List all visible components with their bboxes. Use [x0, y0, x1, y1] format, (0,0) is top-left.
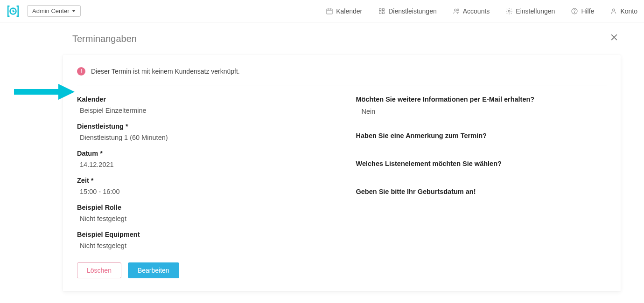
field-label: Dienstleistung *	[77, 123, 328, 130]
svg-rect-2	[379, 8, 381, 10]
field-value: 14.12.2021	[77, 161, 328, 168]
alert-bar: ! Dieser Termin ist mit keinem Kundensat…	[77, 67, 607, 85]
gear-icon	[505, 7, 513, 15]
nav-konto[interactable]: Konto	[610, 7, 637, 15]
nav-label: Einstellungen	[516, 7, 555, 15]
grid-icon	[378, 7, 385, 15]
nav-kalender[interactable]: Kalender	[326, 7, 362, 15]
field-label: Welches Listenelement möchten Sie wählen…	[356, 160, 607, 167]
field-info-email: Möchten Sie weitere Informationen per E-…	[356, 96, 607, 115]
field-anmerkung: Haben Sie eine Anmerkung zum Termin?	[356, 132, 607, 139]
field-value: Beispiel Einzeltermine	[77, 107, 328, 114]
field-value: Nicht festgelegt	[77, 215, 328, 222]
nav-label: Hilfe	[581, 7, 594, 15]
svg-rect-1	[327, 9, 332, 14]
field-rolle: Beispiel Rolle Nicht festgelegt	[77, 204, 328, 222]
field-equipment: Beispiel Equipment Nicht festgelegt	[77, 231, 328, 249]
svg-rect-3	[383, 8, 385, 10]
field-label: Kalender	[77, 96, 328, 103]
details-grid: Kalender Beispiel Einzeltermine Dienstle…	[77, 96, 607, 278]
help-icon	[571, 7, 578, 15]
svg-rect-5	[383, 12, 385, 14]
chevron-down-icon	[72, 10, 76, 12]
topbar: Admin Center Kalender Dienstleistungen A…	[0, 0, 644, 22]
field-label: Beispiel Rolle	[77, 204, 328, 211]
nav-accounts[interactable]: Accounts	[453, 7, 490, 15]
close-button[interactable]	[608, 31, 621, 47]
nav-label: Dienstleistungen	[388, 7, 437, 15]
calendar-icon	[326, 7, 333, 15]
page-header: Terminangaben	[72, 31, 621, 47]
nav-label: Konto	[620, 7, 637, 15]
field-label: Haben Sie eine Anmerkung zum Termin?	[356, 132, 607, 139]
field-value: Dienstleistung 1 (60 Minuten)	[77, 134, 328, 141]
svg-point-6	[455, 9, 456, 11]
page-title: Terminangaben	[72, 34, 137, 44]
field-geburtsdatum: Geben Sie bitte Ihr Geburtsdatum an!	[356, 188, 607, 195]
workspace-selector[interactable]: Admin Center	[27, 5, 81, 17]
close-icon	[609, 33, 619, 44]
svg-rect-12	[14, 89, 61, 95]
nav-label: Kalender	[336, 7, 362, 15]
user-icon	[610, 7, 617, 15]
details-right-column: Möchten Sie weitere Informationen per E-…	[356, 96, 607, 278]
page-body: Terminangaben ! Dieser Termin ist mit ke…	[0, 22, 644, 291]
appointment-card: ! Dieser Termin ist mit keinem Kundensat…	[63, 55, 621, 291]
nav-label: Accounts	[463, 7, 490, 15]
field-label: Zeit *	[77, 177, 328, 184]
warning-icon: !	[77, 67, 85, 76]
people-icon	[453, 7, 460, 15]
nav-einstellungen[interactable]: Einstellungen	[505, 7, 555, 15]
field-label: Beispiel Equipment	[77, 231, 328, 238]
field-kalender: Kalender Beispiel Einzeltermine	[77, 96, 328, 114]
field-label: Möchten Sie weitere Informationen per E-…	[356, 96, 607, 103]
svg-point-11	[613, 9, 615, 11]
delete-button[interactable]: Löschen	[77, 262, 121, 278]
svg-point-8	[508, 10, 510, 12]
svg-marker-13	[58, 84, 75, 100]
field-listenelement: Welches Listenelement möchten Sie wählen…	[356, 160, 607, 167]
field-dienstleistung: Dienstleistung * Dienstleistung 1 (60 Mi…	[77, 123, 328, 141]
nav-hilfe[interactable]: Hilfe	[571, 7, 594, 15]
field-zeit: Zeit * 15:00 - 16:00	[77, 177, 328, 195]
field-datum: Datum * 14.12.2021	[77, 150, 328, 168]
details-left-column: Kalender Beispiel Einzeltermine Dienstle…	[77, 96, 328, 278]
annotation-arrow	[14, 84, 75, 101]
nav-dienstleistungen[interactable]: Dienstleistungen	[378, 7, 437, 15]
field-label: Geben Sie bitte Ihr Geburtsdatum an!	[356, 188, 607, 195]
workspace-selector-label: Admin Center	[32, 7, 69, 14]
topbar-nav: Kalender Dienstleistungen Accounts Einst…	[326, 7, 637, 15]
field-value: Nein	[356, 108, 607, 115]
svg-point-10	[574, 12, 575, 13]
app-logo	[7, 5, 20, 18]
edit-button[interactable]: Bearbeiten	[128, 262, 179, 278]
svg-point-7	[457, 8, 458, 10]
field-value: 15:00 - 16:00	[77, 188, 328, 195]
svg-rect-4	[379, 12, 381, 14]
field-label: Datum *	[77, 150, 328, 157]
alert-text: Dieser Termin ist mit keinem Kundensatz …	[91, 68, 240, 75]
field-value: Nicht festgelegt	[77, 242, 328, 249]
action-buttons: Löschen Bearbeiten	[77, 262, 328, 278]
